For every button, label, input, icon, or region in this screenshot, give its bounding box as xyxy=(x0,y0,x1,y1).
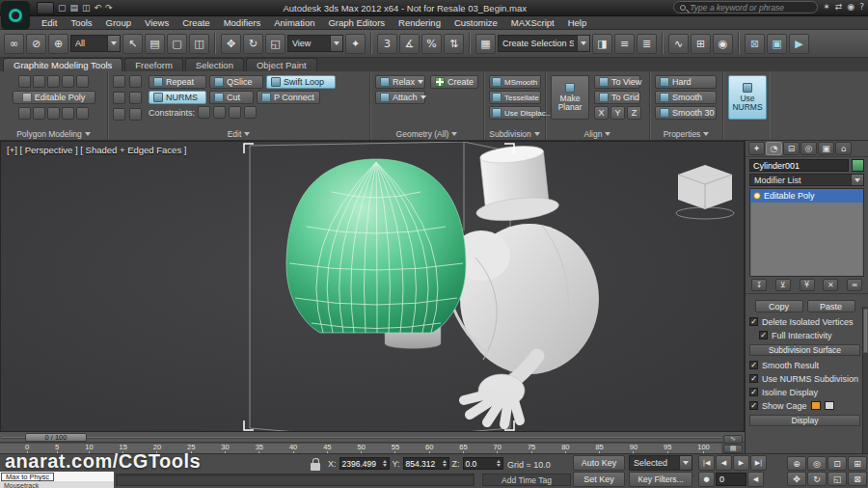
create-tab-icon[interactable]: ✦ xyxy=(748,142,765,155)
panel-label-polygon-modeling[interactable]: Polygon Modeling xyxy=(0,129,107,139)
key-mode-toggle-icon[interactable]: ● xyxy=(698,472,715,487)
next-frame-icon[interactable]: ◀ xyxy=(747,472,764,487)
selection-set-arrow-icon[interactable] xyxy=(577,36,589,51)
reference-coordinate-arrow-icon[interactable] xyxy=(330,36,342,51)
zoom-icon[interactable]: ⊕ xyxy=(787,456,806,471)
make-planar-button[interactable]: Make Planar xyxy=(551,75,589,120)
selection-filter-dropdown[interactable]: All xyxy=(70,35,121,52)
object-name-field[interactable]: Cylinder001 xyxy=(749,159,849,172)
communication-icon[interactable]: ◉ xyxy=(847,1,854,14)
edit-tool-icon[interactable] xyxy=(129,108,142,121)
msmooth-button[interactable]: MSmooth xyxy=(489,75,541,89)
angle-snap-icon[interactable]: ∡ xyxy=(399,34,420,54)
next-modifier-icon[interactable] xyxy=(76,107,89,120)
paste-button[interactable]: Paste xyxy=(807,300,855,312)
show-selection-range-icon[interactable]: ▤ xyxy=(723,445,743,453)
collapse-stack-icon[interactable] xyxy=(47,107,60,120)
attach-button[interactable]: Attach xyxy=(375,91,425,104)
help-icon[interactable]: ? xyxy=(859,1,864,14)
bind-to-space-warp-icon[interactable]: ⊕ xyxy=(48,34,68,54)
time-slider-handle[interactable]: 0 / 100 xyxy=(25,433,87,442)
show-end-result-icon[interactable] xyxy=(33,107,45,120)
select-object-icon[interactable]: ↖ xyxy=(122,34,143,54)
redo-icon[interactable]: ↷ xyxy=(105,2,113,14)
tab-object-paint[interactable]: Object Paint xyxy=(246,58,317,71)
previous-frame-icon[interactable]: ◀ xyxy=(716,455,732,471)
use-displacement-button[interactable]: Use Displac... xyxy=(489,106,541,120)
align-z-button[interactable]: Z xyxy=(627,106,641,120)
zoom-all-icon[interactable]: ◎ xyxy=(807,456,827,471)
edge-mode-icon[interactable] xyxy=(33,75,45,88)
menu-create[interactable]: Create xyxy=(176,17,217,28)
cage-color-swatch[interactable] xyxy=(811,401,821,410)
selected-arrow-icon[interactable] xyxy=(679,456,692,470)
previous-modifier-icon[interactable] xyxy=(62,107,74,120)
menu-animation[interactable]: Animation xyxy=(267,17,321,28)
use-nurms-button[interactable]: Use NURMS xyxy=(728,75,767,120)
modifier-on-off-icon[interactable] xyxy=(753,192,761,200)
new-file-icon[interactable]: ▢ xyxy=(58,2,67,14)
editable-poly-button[interactable]: Editable Poly xyxy=(13,91,95,104)
stack-item-editable-poly[interactable]: Editable Poly xyxy=(750,189,863,203)
configure-modifier-sets-icon[interactable]: ≡ xyxy=(847,279,862,291)
menu-tools[interactable]: Tools xyxy=(64,17,98,28)
utilities-tab-icon[interactable]: ⌂ xyxy=(835,142,852,155)
spinner-snap-icon[interactable]: ⇅ xyxy=(444,34,464,54)
delete-isolated-vertices-checkbox[interactable]: ✓ Delete Isolated Vertices xyxy=(749,315,860,328)
tab-selection[interactable]: Selection xyxy=(185,58,244,71)
hard-button[interactable]: Hard xyxy=(655,75,717,89)
z-coordinate-field[interactable]: 0.0 xyxy=(463,457,503,470)
add-time-tag-field[interactable]: Add Time Tag xyxy=(482,474,571,486)
selected-mesh[interactable] xyxy=(286,159,466,333)
menu-modifiers[interactable]: Modifiers xyxy=(217,17,268,28)
orbit-icon[interactable]: ↻ xyxy=(807,472,827,486)
menu-group[interactable]: Group xyxy=(99,17,138,28)
render-setup-icon[interactable]: ⊠ xyxy=(745,34,765,54)
mirror-icon[interactable]: ◨ xyxy=(592,34,612,54)
repeat-button[interactable]: Repeat xyxy=(149,75,206,89)
viewcube-widget[interactable] xyxy=(676,165,734,219)
polygon-mode-icon[interactable] xyxy=(62,75,74,88)
current-frame-field[interactable]: 0 xyxy=(716,473,746,486)
y-coordinate-field[interactable]: 854.312 xyxy=(403,457,449,470)
panel-label-properties[interactable]: Properties xyxy=(650,129,722,139)
use-nurms-subdivision-checkbox[interactable]: ✓ Use NURMS Subdivision xyxy=(749,372,860,385)
save-file-icon[interactable]: ◫ xyxy=(82,2,91,14)
to-grid-button[interactable]: To Grid xyxy=(594,91,640,104)
selection-set-dropdown[interactable]: Create Selection Set xyxy=(498,35,590,52)
constraint-none-icon[interactable] xyxy=(198,106,210,119)
menu-rendering[interactable]: Rendering xyxy=(392,17,448,28)
listener-line-1[interactable]: Max to Physc xyxy=(0,472,114,481)
align-y-button[interactable]: Y xyxy=(610,106,625,120)
zoom-region-icon[interactable]: ⊞ xyxy=(848,456,867,471)
listener-line-2[interactable]: Mousetrack xyxy=(0,481,114,488)
window-crossing-icon[interactable]: ◫ xyxy=(189,34,209,54)
selected-dropdown[interactable]: Selected xyxy=(629,455,692,471)
object-color-swatch[interactable] xyxy=(852,159,864,172)
maxscript-mini-listener[interactable]: Max to Physc Mousetrack xyxy=(0,472,114,488)
constraint-face-icon[interactable] xyxy=(229,106,241,119)
perspective-viewport[interactable]: [+] [ Perspective ] [ Shaded + Edged Fac… xyxy=(0,141,745,432)
modifier-list-dropdown[interactable]: Modifier List xyxy=(749,174,864,186)
edit-tool-icon[interactable] xyxy=(129,92,142,104)
zoom-extents-icon[interactable]: ⊡ xyxy=(827,456,847,471)
menu-views[interactable]: Views xyxy=(138,17,176,28)
time-slider-track[interactable] xyxy=(2,437,721,438)
select-and-link-icon[interactable]: ∞ xyxy=(4,34,24,54)
panel-label-edit[interactable]: Edit xyxy=(108,129,369,139)
hierarchy-tab-icon[interactable]: ⊟ xyxy=(783,142,800,155)
menu-customize[interactable]: Customize xyxy=(448,17,504,28)
unlink-selection-icon[interactable]: ⊘ xyxy=(26,34,46,54)
align-icon[interactable]: ≡ xyxy=(614,34,635,54)
rollout-subdivision-surface[interactable]: Subdivision Surface xyxy=(749,344,860,356)
application-menu-button[interactable] xyxy=(37,2,54,14)
x-spinner[interactable] xyxy=(383,460,387,467)
material-editor-icon[interactable]: ◉ xyxy=(713,34,733,54)
cut-button[interactable]: Cut xyxy=(209,91,254,104)
align-x-button[interactable]: X xyxy=(594,106,609,120)
named-selection-sets-icon[interactable]: ▦ xyxy=(475,34,496,54)
full-interactivity-checkbox[interactable]: ✓ Full Interactivity xyxy=(749,329,860,341)
panel-label-align[interactable]: Align xyxy=(546,129,649,139)
scrollbar-thumb[interactable] xyxy=(863,309,868,353)
show-cage-checkbox[interactable]: ✓ Show Cage xyxy=(749,399,860,412)
